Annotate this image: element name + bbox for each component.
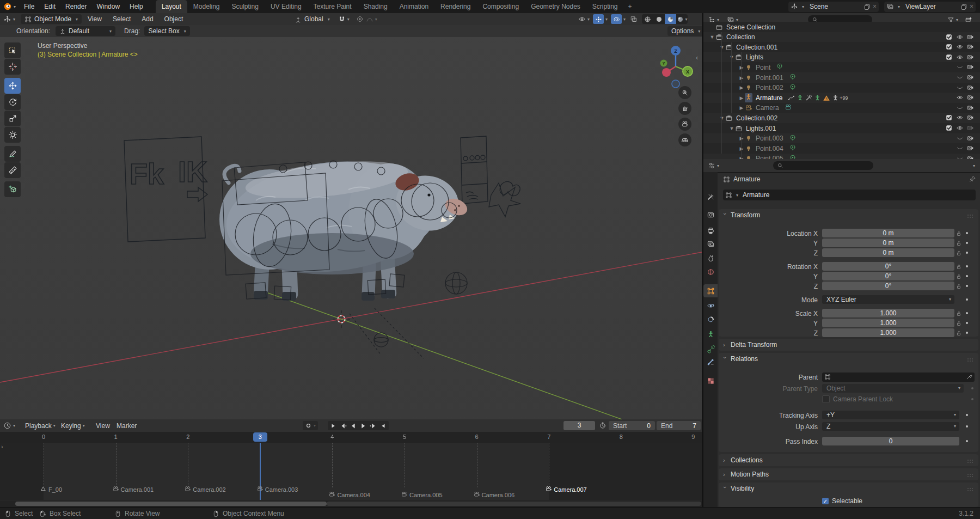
workspace-tab-texture-paint[interactable]: Texture Paint: [308, 0, 358, 13]
menu-file[interactable]: File: [19, 0, 39, 13]
animate-dot[interactable]: [966, 285, 968, 287]
toggle-checkbox[interactable]: [945, 124, 953, 133]
new-viewlayer-icon[interactable]: [960, 3, 967, 10]
workspace-tab-scripting[interactable]: Scripting: [586, 0, 624, 13]
outliner-row[interactable]: ▶Point: [703, 62, 980, 72]
tool-transform[interactable]: [4, 127, 21, 143]
animate-dot[interactable]: [966, 242, 968, 244]
toggle-disable-render[interactable]: [966, 84, 974, 93]
expand-icon[interactable]: ▶: [738, 75, 745, 81]
outliner-row[interactable]: ▶Point.004: [703, 143, 980, 154]
lock-icon[interactable]: [956, 230, 961, 238]
toggle-hide-viewport[interactable]: [956, 43, 964, 52]
viewport-menu-select[interactable]: Select: [108, 13, 136, 25]
workspace-tab-compositing[interactable]: Compositing: [476, 0, 525, 13]
outliner-row[interactable]: ▶Point.001: [703, 72, 980, 83]
workspace-tab-geometry-nodes[interactable]: Geometry Nodes: [525, 0, 586, 13]
workspace-tab-layout[interactable]: Layout: [156, 0, 187, 13]
object-name-field[interactable]: ▾Armature: [723, 190, 976, 200]
timeline-marker[interactable]: Camera.003: [256, 485, 298, 493]
toggle-hide-viewport[interactable]: [956, 104, 964, 113]
tracking-axis-dropdown[interactable]: +Y▾: [822, 411, 959, 419]
toggle-disable-render[interactable]: [966, 33, 974, 42]
value-field[interactable]: 0 m: [822, 248, 954, 257]
viewport-menu-add[interactable]: Add: [137, 13, 158, 25]
timeline-marker[interactable]: Camera.001: [112, 485, 154, 493]
lock-icon[interactable]: [956, 240, 961, 248]
skip-end-button[interactable]: [378, 422, 388, 430]
timeline-menu-marker[interactable]: Marker: [117, 419, 137, 432]
key-next-button[interactable]: [368, 422, 378, 430]
expand-icon[interactable]: ▶: [738, 65, 745, 70]
tool-add-cube[interactable]: [4, 181, 21, 197]
toggle-hide-viewport[interactable]: [956, 33, 964, 42]
expand-icon[interactable]: ▶: [738, 95, 745, 101]
properties-tab-bone-constraint[interactable]: [703, 355, 718, 368]
perspective-toggle-button[interactable]: [678, 133, 691, 146]
properties-tab-bone[interactable]: [703, 343, 718, 356]
proportional-falloff[interactable]: ▾: [366, 15, 377, 23]
timeline-content[interactable]: F_00 Camera.001 Camera.002 Camera.003 Ca…: [0, 443, 702, 500]
menu-help[interactable]: Help: [125, 0, 148, 13]
eyedropper-icon[interactable]: [966, 374, 972, 380]
timeline-menu-view[interactable]: View: [96, 419, 110, 432]
motion-paths-panel[interactable]: ›Motion Paths: [719, 468, 978, 480]
toggle-disable-render[interactable]: [966, 114, 974, 123]
toggle-disable-render[interactable]: [966, 63, 974, 72]
tool-select-box[interactable]: [4, 42, 21, 58]
toggle-disable-render[interactable]: [966, 43, 974, 52]
expand-icon[interactable]: ▼: [719, 115, 725, 121]
tool-scale[interactable]: [4, 111, 21, 126]
app-menu-button[interactable]: ▾: [0, 2, 19, 11]
toggle-hide-viewport[interactable]: [956, 63, 964, 72]
lock-icon[interactable]: [956, 273, 961, 281]
animate-dot[interactable]: [966, 332, 968, 334]
toggle-hide-viewport[interactable]: [956, 74, 964, 83]
panel-drag-icon[interactable]: [967, 486, 974, 493]
viewport-menu-view[interactable]: View: [83, 13, 107, 25]
outliner-row[interactable]: ▼Lights: [703, 52, 980, 63]
timeline-marker[interactable]: Camera.006: [473, 491, 515, 499]
expand-icon[interactable]: ▼: [728, 54, 735, 60]
workspace-tab-shading[interactable]: Shading: [358, 0, 394, 13]
shading-wireframe-button[interactable]: [642, 14, 653, 24]
camera-view-button[interactable]: [678, 118, 691, 131]
viewport-menu-object[interactable]: Object: [160, 13, 188, 25]
tool-measure[interactable]: [4, 162, 21, 178]
end-frame-field[interactable]: End7: [657, 421, 701, 430]
animate-dot[interactable]: [966, 232, 968, 234]
outliner-row[interactable]: ▼Collection.002: [703, 113, 980, 123]
toggle-disable-render[interactable]: [966, 124, 974, 133]
gizmos-toggle[interactable]: [593, 14, 604, 24]
expand-icon[interactable]: ▼: [728, 126, 735, 131]
value-field[interactable]: 1.000: [822, 309, 954, 317]
up-axis-dropdown[interactable]: Z▾: [822, 422, 959, 431]
workspace-tab-sculpting[interactable]: Sculpting: [226, 0, 265, 13]
panel-drag-icon[interactable]: [967, 457, 974, 465]
viewlayer-selector[interactable]: ▾ViewLayer×: [884, 2, 976, 12]
toggle-disable-render[interactable]: [966, 155, 974, 159]
animate-dot[interactable]: [966, 275, 968, 277]
tool-move[interactable]: [4, 78, 21, 94]
menu-window[interactable]: Window: [91, 0, 125, 13]
properties-tab-render[interactable]: [703, 208, 718, 221]
workspace-tab-animation[interactable]: Animation: [394, 0, 434, 13]
outliner-row[interactable]: ▶Armature5+99: [703, 93, 980, 103]
delta-transform-panel[interactable]: ›Delta Transform: [719, 339, 978, 351]
tool-annotate[interactable]: [4, 146, 21, 162]
timeline-marker[interactable]: Camera.007: [545, 485, 587, 493]
lock-icon[interactable]: [956, 310, 961, 318]
animate-dot[interactable]: [966, 322, 968, 324]
value-field[interactable]: 0°: [822, 262, 954, 271]
properties-tab-tool[interactable]: [703, 190, 718, 203]
timeline-menu-playback[interactable]: Playback▾: [25, 419, 56, 432]
outliner-row[interactable]: ▶Point.005: [703, 154, 980, 159]
orientation-dropdown[interactable]: Default▾: [56, 26, 115, 36]
navigation-gizmo[interactable]: Z Y X: [651, 39, 700, 90]
expand-icon[interactable]: ▶: [738, 85, 745, 90]
menu-render[interactable]: Render: [60, 0, 91, 13]
outliner-row[interactable]: ▼Collection.001: [703, 42, 980, 52]
mode-selector[interactable]: Object Mode▾: [21, 14, 82, 24]
toggle-disable-render[interactable]: [966, 74, 974, 83]
expand-icon[interactable]: ▶: [738, 105, 745, 111]
